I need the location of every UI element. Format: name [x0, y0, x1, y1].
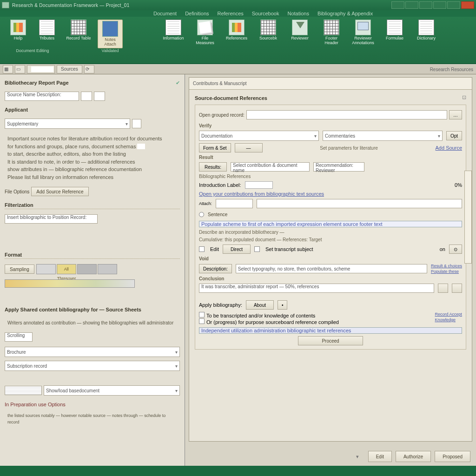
titlebar: Research & Documentation Framework — Pro… — [0, 0, 476, 10]
proceed-button[interactable]: Proceed — [298, 336, 363, 345]
open-record-browse[interactable]: … — [449, 110, 462, 119]
record-accept-link[interactable]: Record Accept — [435, 312, 462, 317]
basedoc-dropdown[interactable]: Show/load basedocument — [44, 385, 180, 396]
ribbon-reviewer-annot[interactable]: Reviewer Annotations — [350, 20, 376, 46]
ribbon-notes-attach[interactable]: Notes Attach — [98, 20, 123, 48]
menu-sourcebook[interactable]: Sourcebook — [252, 11, 279, 16]
form-set-button[interactable]: Form & Set — [199, 143, 231, 152]
cb-progress[interactable] — [199, 318, 205, 324]
brochure-dropdown[interactable]: Brochure — [5, 347, 180, 357]
ribbon-reviewer[interactable]: Reviewer — [287, 20, 312, 41]
add-source-link[interactable]: Add Source — [436, 145, 462, 151]
conclusion-text[interactable]: It was transcribe, administrator report … — [199, 284, 434, 293]
ribbon-help[interactable]: Help — [6, 20, 31, 41]
applicant-aux[interactable] — [132, 119, 141, 128]
subscription-dropdown[interactable]: Subscription record — [5, 361, 180, 371]
applicant-dropdown[interactable]: Supplementary — [5, 119, 130, 129]
swatch-4[interactable] — [98, 264, 117, 274]
void-label: Void — [199, 256, 462, 261]
on-label: on — [440, 246, 445, 252]
source-name-aux-b[interactable] — [94, 92, 105, 101]
app-icon — [2, 2, 9, 8]
transcript-check[interactable] — [254, 246, 260, 252]
scrolling-field[interactable]: Scrolling — [5, 332, 33, 342]
results-button[interactable]: Results: — [199, 162, 227, 172]
void-link-a[interactable]: Result & choices — [431, 264, 462, 268]
edit-check[interactable] — [199, 246, 205, 252]
hint-2: Describe an incorporated bibliothecary — — [199, 230, 462, 235]
footer-proposed-button[interactable]: Proposed — [435, 451, 470, 462]
panel-button-b[interactable] — [405, 1, 418, 9]
menu-references[interactable]: References — [218, 11, 244, 16]
ribbon-dictionary[interactable]: Dictionary — [414, 20, 439, 41]
ribbon-sourcebook[interactable]: Sourcebk — [256, 20, 281, 41]
description-block: Important source notes for literature at… — [5, 134, 180, 182]
filter-field[interactable]: Insert bibliographic to Position Record: — [5, 214, 98, 224]
footer-authorize-button[interactable]: Authorize — [396, 451, 431, 462]
subtab-refresh-icon[interactable]: ⟳ — [84, 65, 94, 73]
menu-definitions[interactable]: Definitions — [185, 11, 209, 16]
subtab-signature[interactable] — [27, 65, 55, 73]
ribbon-references[interactable]: References — [224, 20, 249, 41]
sig-amount: 0% — [455, 182, 462, 188]
populate-scheme-box[interactable]: Populate scheme to first of each importe… — [199, 221, 462, 227]
results-input[interactable]: Select contribution & document name — [231, 162, 310, 172]
verify-label: Verify — [199, 123, 462, 128]
sentence-radio[interactable] — [199, 212, 204, 217]
void-input[interactable] — [236, 264, 427, 273]
attach-a[interactable] — [216, 199, 253, 208]
expand-icon[interactable]: ⊡ — [462, 94, 466, 102]
footer-edit-button[interactable]: Edit — [368, 451, 392, 462]
on-toggle[interactable]: ⊙ — [449, 245, 462, 254]
direct-button[interactable]: Direct — [223, 245, 251, 254]
conc-aux-b[interactable] — [452, 284, 462, 293]
void-link-b[interactable]: Populate these — [431, 269, 462, 274]
bottom-link-box[interactable]: Independent utilization administration b… — [199, 327, 462, 334]
ribbon-file-measures[interactable]: File Measures — [192, 20, 218, 46]
dash-button[interactable]: — — [235, 143, 263, 152]
gradient-preview — [5, 279, 135, 288]
knowledge-link[interactable]: Knowledge — [435, 317, 462, 322]
right-tab[interactable]: Contributors & Manuscript — [189, 78, 472, 90]
close-button[interactable] — [461, 1, 474, 9]
ribbon-footer-header[interactable]: Footer Header — [319, 20, 344, 46]
attach-b[interactable] — [257, 199, 462, 208]
conc-aux-a[interactable] — [438, 284, 448, 293]
minimize-button[interactable] — [433, 1, 446, 9]
source-name-aux-a[interactable] — [81, 92, 92, 101]
ribbon-formulae[interactable]: Formulae — [382, 20, 407, 41]
subtab-page-icon[interactable]: ▭ — [15, 65, 25, 73]
menu-document[interactable]: Document — [153, 11, 177, 16]
swatch-2[interactable]: All Thresover — [57, 264, 76, 274]
add-source-button[interactable]: Add Source Reference — [31, 187, 88, 196]
open-record-input[interactable] — [246, 110, 447, 119]
ribbon-information[interactable]: Information — [161, 20, 186, 41]
swatch-1[interactable] — [36, 264, 56, 274]
void-desc-button[interactable]: Description: — [199, 264, 232, 273]
transcript-label: Set transcript subject — [265, 246, 313, 252]
source-name-field[interactable]: Source Name Description: — [5, 92, 79, 101]
apply-aux[interactable]: • — [278, 300, 288, 310]
verify-aux[interactable]: Opt — [446, 131, 462, 140]
menu-bibliography[interactable]: Bibliography & Appendix — [317, 11, 373, 16]
subtab-sources[interactable]: Sources — [57, 65, 82, 73]
basedoc-icon[interactable] — [5, 386, 42, 395]
menu-notations[interactable]: Notations — [287, 11, 309, 16]
panel-button-a[interactable] — [391, 1, 404, 9]
left-header-2: Applicant — [5, 106, 180, 113]
ribbon-record-table[interactable]: Record Table — [66, 20, 91, 41]
swatch-3[interactable] — [77, 264, 97, 274]
doc-dropdown[interactable]: Documentation — [199, 131, 319, 141]
subtab-grid-icon[interactable]: ▦ — [3, 65, 13, 73]
ribbon-tributes[interactable]: Tributes — [34, 20, 60, 41]
content: Bibliothecary Report Page ✔ Source Name … — [0, 74, 476, 466]
comment-dropdown[interactable]: Commentaries — [323, 131, 443, 141]
panel-button-c[interactable] — [419, 1, 432, 9]
about-button[interactable]: About — [246, 300, 274, 310]
chevron-down-icon[interactable]: ▾ — [356, 454, 359, 460]
cb-transcripted[interactable] — [199, 312, 205, 317]
scrollbar[interactable] — [464, 171, 472, 264]
maximize-button[interactable] — [447, 1, 460, 9]
swatch-caption[interactable]: Sampling — [5, 264, 34, 274]
open-contrib-link[interactable]: Open your contributions from bibliograph… — [199, 191, 462, 197]
